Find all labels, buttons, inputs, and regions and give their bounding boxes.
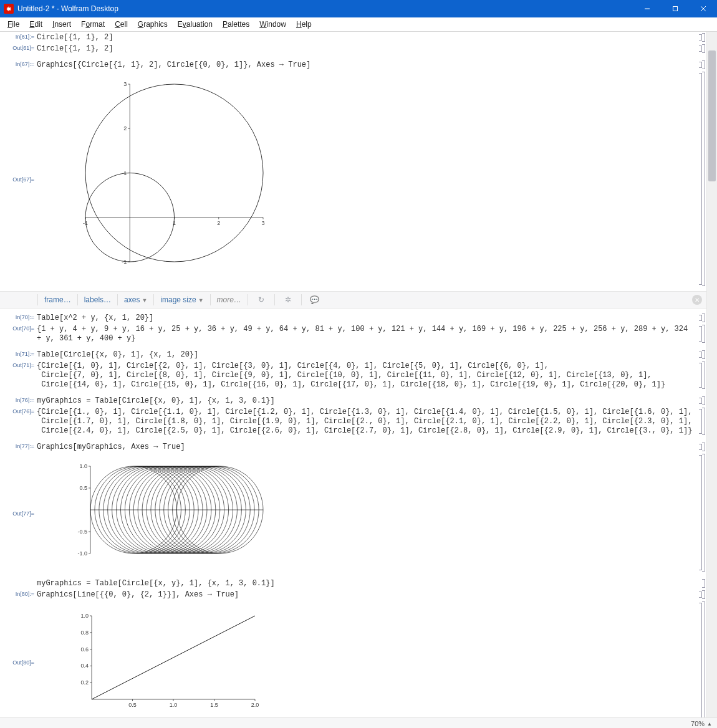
svg-text:-0.5: -0.5 — [77, 529, 87, 535]
cell-output-71[interactable]: {Circle[{1, 0}, 1], Circle[{2, 0}, 1], C… — [37, 361, 707, 390]
maximize-icon — [672, 6, 678, 12]
menu-graphics[interactable]: Graphics — [133, 19, 173, 30]
cell-bracket[interactable] — [696, 323, 705, 344]
close-suggestions-button[interactable]: ✕ — [692, 295, 702, 305]
svg-text:3: 3 — [261, 220, 264, 226]
menu-insert[interactable]: Insert — [47, 19, 76, 30]
cell-output-76[interactable]: {Circle[{1., 0}, 1], Circle[{1.1, 0}, 1]… — [37, 407, 707, 436]
suggestion-image-size[interactable]: image size▼ — [153, 294, 209, 305]
cell-input-71[interactable]: Table[Circle[{x, 0}, 1], {x, 1, 20}] — [37, 350, 707, 360]
svg-text:2.0: 2.0 — [251, 702, 259, 708]
svg-text:0.2: 0.2 — [80, 679, 89, 686]
svg-rect-1 — [673, 7, 677, 11]
cell-output-77-graphics[interactable]: -1.0-0.50.51.0 — [37, 453, 707, 572]
window-titlebar: ✱ Untitled-2 * - Wolfram Desktop — [0, 0, 717, 17]
cell-label-out80: Out[80]= — [0, 658, 37, 666]
gear-icon[interactable]: ✲ — [274, 294, 301, 305]
notebook-viewport[interactable]: In[61]:= Circle[{1, 1}, 2] Out[61]= Circ… — [0, 32, 707, 717]
overlapping-circles-plot: -1.0-0.50.51.0 — [73, 463, 266, 560]
menu-window[interactable]: Window — [254, 19, 291, 30]
menubar: File Edit Insert Format Cell Graphics Ev… — [0, 17, 717, 32]
scrollbar-thumb[interactable] — [708, 50, 716, 181]
cell-bracket[interactable] — [696, 441, 705, 453]
minimize-button[interactable] — [633, 0, 661, 17]
cell-bracket[interactable] — [696, 600, 705, 717]
window-controls — [633, 0, 717, 17]
chevron-down-icon: ▼ — [142, 297, 147, 304]
vertical-scrollbar[interactable] — [706, 32, 717, 717]
cell-label-out77: Out[77]= — [0, 509, 37, 517]
cell-bracket[interactable] — [696, 578, 705, 589]
cell-output-61[interactable]: Circle[{1, 1}, 2] — [37, 44, 707, 54]
cell-input-67[interactable]: Graphics[{Circle[{1, 1}, 2], Circle[{0, … — [37, 60, 707, 70]
cell-input-76[interactable]: myGraphics = Table[Circle[{x, 0}, 1], {x… — [37, 396, 707, 406]
cell-bracket[interactable] — [696, 312, 705, 323]
cell-label-out67: Out[67]= — [0, 175, 37, 183]
cell-input-61[interactable]: Circle[{1, 1}, 2] — [37, 32, 707, 42]
cell-label-in70: In[70]:= — [0, 313, 37, 320]
suggestions-bar: frame… labels… axes▼ image size▼ more… ↻… — [0, 291, 707, 309]
menu-evaluation[interactable]: Evaluation — [173, 19, 218, 30]
cell-input-70[interactable]: Table[x^2 + y, {x, 1, 20}] — [37, 313, 707, 323]
menu-cell[interactable]: Cell — [110, 19, 133, 30]
svg-text:0.4: 0.4 — [80, 663, 89, 669]
cell-output-67-graphics[interactable]: -1123-1123 — [37, 71, 707, 287]
zoom-value: 70% — [691, 720, 705, 727]
cell-bracket[interactable] — [696, 43, 705, 54]
svg-line-75 — [92, 616, 255, 699]
menu-help[interactable]: Help — [291, 19, 317, 30]
suggestion-axes[interactable]: axes▼ — [117, 294, 153, 305]
cell-bracket[interactable] — [696, 32, 705, 43]
cell-input-free[interactable]: myGraphics = Table[Circle[{x, y}, 1], {x… — [37, 578, 707, 588]
cell-label-in61: In[61]:= — [0, 32, 37, 40]
cell-label-out71: Out[71]= — [0, 361, 37, 368]
refresh-icon[interactable]: ↻ — [248, 294, 274, 305]
cell-bracket[interactable] — [696, 59, 705, 70]
chevron-down-icon: ▼ — [198, 297, 204, 304]
menu-edit[interactable]: Edit — [24, 19, 47, 30]
svg-text:0.5: 0.5 — [128, 702, 137, 708]
content-area: In[61]:= Circle[{1, 1}, 2] Out[61]= Circ… — [0, 32, 717, 717]
close-button[interactable] — [689, 0, 717, 17]
statusbar: 70% ▲ — [0, 717, 717, 728]
zoom-up-icon[interactable]: ▲ — [707, 721, 712, 727]
speech-bubble-icon[interactable]: 💬 — [301, 294, 328, 305]
cell-label-in71: In[71]:= — [0, 350, 37, 357]
svg-text:1.0: 1.0 — [79, 463, 87, 469]
svg-text:-1.0: -1.0 — [77, 550, 87, 557]
cell-bracket[interactable] — [696, 70, 705, 287]
menu-palettes[interactable]: Palettes — [218, 19, 254, 30]
cell-label-in67: In[67]:= — [0, 60, 37, 67]
cell-bracket[interactable] — [696, 453, 705, 573]
minimize-icon — [644, 6, 650, 12]
svg-text:1.0: 1.0 — [80, 613, 89, 619]
menu-format[interactable]: Format — [76, 19, 110, 30]
suggestion-labels[interactable]: labels… — [77, 294, 117, 305]
svg-text:0.6: 0.6 — [80, 646, 89, 653]
cell-bracket[interactable] — [696, 395, 705, 406]
zoom-control[interactable]: 70% ▲ — [691, 720, 712, 727]
svg-text:2: 2 — [123, 125, 127, 132]
maximize-button[interactable] — [661, 0, 689, 17]
cell-bracket[interactable] — [696, 406, 705, 436]
cell-label-out76: Out[76]= — [0, 407, 37, 414]
svg-text:1.5: 1.5 — [210, 702, 218, 708]
close-icon — [700, 6, 706, 12]
cell-label-out70: Out[70]= — [0, 324, 37, 332]
menu-file[interactable]: File — [2, 19, 24, 30]
app-icon: ✱ — [4, 4, 14, 14]
line-plot: 0.51.01.52.00.20.40.60.81.0 — [73, 611, 260, 711]
cell-bracket[interactable] — [696, 589, 705, 600]
svg-text:0.8: 0.8 — [80, 630, 89, 636]
cell-output-70[interactable]: {1 + y, 4 + y, 9 + y, 16 + y, 25 + y, 36… — [37, 324, 707, 343]
suggestion-frame[interactable]: frame… — [37, 294, 77, 305]
cell-input-77[interactable]: Graphics[myGraphics, Axes → True] — [37, 442, 707, 452]
cell-bracket[interactable] — [696, 360, 705, 390]
cell-bracket[interactable] — [696, 349, 705, 360]
suggestion-more[interactable]: more… — [210, 294, 248, 305]
cell-label-in80: In[80]:= — [0, 590, 37, 597]
window-title: Untitled-2 * - Wolfram Desktop — [17, 4, 118, 13]
cell-label-in77: In[77]:= — [0, 442, 37, 449]
cell-input-80[interactable]: Graphics[Line[{{0, 0}, {2, 1}}], Axes → … — [37, 590, 707, 600]
cell-output-80-graphics[interactable]: 0.51.01.52.00.20.40.60.81.0 — [37, 601, 707, 717]
